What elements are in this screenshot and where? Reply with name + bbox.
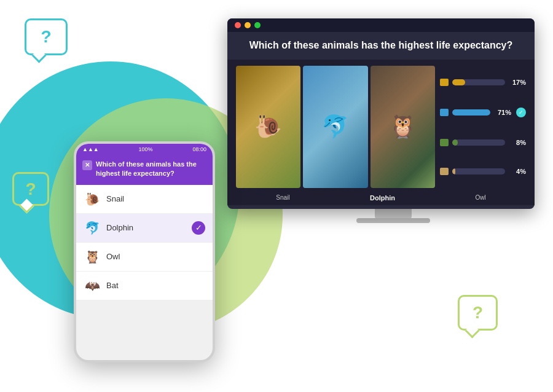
dolphin-color-box [440, 109, 449, 116]
snail-option-label: Snail [106, 194, 124, 203]
option-bat[interactable]: 🦇 Bat [76, 272, 213, 300]
screen-question: Which of these animals has the highest l… [227, 32, 535, 60]
question-mark-bottom-right: ? [473, 303, 483, 323]
option-dolphin[interactable]: 🐬 Dolphin ✓ [76, 214, 213, 243]
screen-base [356, 218, 430, 223]
dolphin-label-screen: Dolphin [370, 194, 395, 202]
bat-pct: 4% [509, 168, 526, 175]
snail-bar-fill [452, 79, 465, 85]
snail-color-box [440, 79, 449, 86]
screen-bars: 17% 71% ✓ 8% [440, 66, 526, 188]
bat-option-label: Bat [106, 281, 119, 290]
phone-options-list: 🐌 Snail 🐬 Dolphin ✓ 🦉 Owl 🦇 Bat [76, 185, 213, 300]
dolphin-image: 🐬 [303, 66, 367, 188]
snail-pct: 17% [509, 79, 526, 86]
owl-label-screen: Owl [475, 194, 485, 202]
bat-color-box [440, 168, 449, 175]
phone-time: 08:00 [192, 146, 206, 152]
speech-bubble-bottom-right: ? [458, 295, 498, 331]
snail-emoji: 🐌 [85, 192, 100, 206]
bar-row-bat: 4% [440, 168, 526, 175]
owl-emoji: 🦉 [85, 249, 100, 264]
screen-answer-labels: Snail Dolphin Owl [227, 194, 535, 205]
screen-images: 🐌 🐬 🦉 [236, 66, 435, 188]
screen-dot-green [254, 22, 261, 28]
phone-status-bar: ▲▲▲ 100% 08:00 [76, 144, 213, 155]
phone-signal: ▲▲▲ [82, 146, 99, 152]
mobile-phone: ▲▲▲ 100% 08:00 ✕ Which of these animals … [74, 141, 215, 363]
snail-bar-track [452, 79, 505, 85]
bat-bar-fill [452, 168, 455, 174]
bat-emoji: 🦇 [85, 278, 100, 293]
dolphin-bar-fill [452, 109, 490, 116]
owl-bar-fill [452, 139, 458, 146]
phone-question-bar: ✕ Which of these animals has the highest… [76, 155, 213, 185]
screen-dot-yellow [245, 22, 251, 28]
speech-bubble-top-left: ? [25, 18, 68, 55]
snail-label-screen: Snail [276, 194, 289, 202]
screen-dot-red [235, 22, 241, 28]
close-question-button[interactable]: ✕ [82, 160, 92, 170]
bar-row-owl: 8% [440, 139, 526, 146]
correct-check-badge: ✓ [516, 108, 526, 117]
dolphin-bar-track [452, 109, 490, 116]
bar-row-snail: 17% [440, 79, 526, 86]
speech-bubble-mid-left: ? [12, 172, 49, 206]
presentation-screen: Which of these animals has the highest l… [227, 18, 535, 209]
owl-pct: 8% [509, 139, 526, 146]
dolphin-emoji: 🐬 [85, 221, 100, 235]
owl-color-box [440, 139, 449, 146]
dolphin-option-label: Dolphin [106, 223, 133, 232]
bat-bar-track [452, 168, 505, 174]
question-mark-mid-left: ? [25, 179, 36, 199]
snail-image: 🐌 [236, 66, 300, 188]
owl-image: 🦉 [371, 66, 435, 188]
owl-bar-track [452, 139, 505, 146]
screen-content: Which of these animals has the highest l… [227, 32, 535, 205]
screen-answers: 🐌 🐬 🦉 17% [227, 60, 535, 194]
dolphin-selected-check: ✓ [192, 221, 205, 235]
owl-option-label: Owl [106, 252, 120, 261]
option-owl[interactable]: 🦉 Owl [76, 243, 213, 272]
screen-top-bar [227, 18, 535, 32]
option-snail[interactable]: 🐌 Snail [76, 185, 213, 214]
phone-question-text: Which of these animals has the highest l… [96, 160, 206, 179]
bar-row-dolphin: 71% ✓ [440, 108, 526, 117]
dolphin-pct: 71% [494, 109, 511, 116]
question-mark-top-left: ? [41, 27, 51, 47]
phone-battery: 100% [139, 146, 153, 152]
